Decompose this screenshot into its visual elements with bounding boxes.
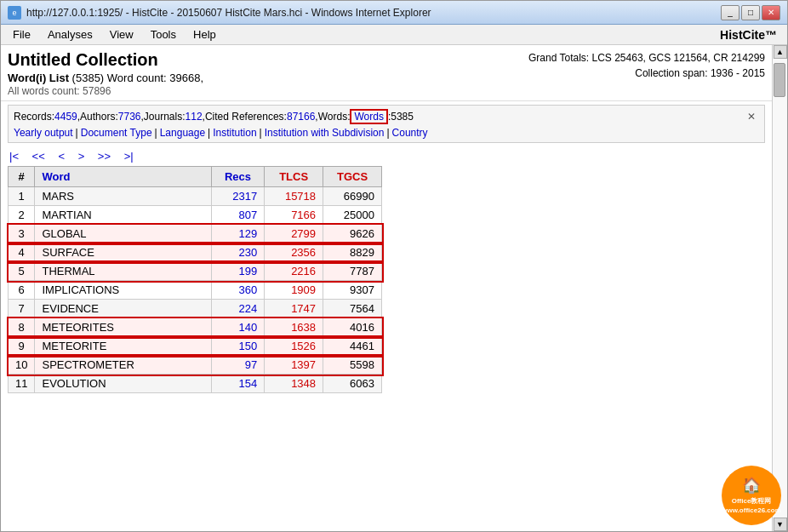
watermark-icon: 🏠 <box>742 476 761 495</box>
word-list-info: Word(i) List (5385) Word count: 39668, <box>8 72 203 84</box>
row-num: 10 <box>9 356 35 375</box>
vertical-scrollbar[interactable]: ▲ ▼ <box>772 45 787 531</box>
menu-analyses[interactable]: Analyses <box>39 26 101 43</box>
table-row: 11 EVOLUTION 154 1348 6063 <box>9 375 382 393</box>
row-word: METEORITES <box>35 318 211 337</box>
watermark-line1: Office教程网 <box>732 497 772 506</box>
row-tgcs: 9626 <box>323 225 382 243</box>
row-tlcs[interactable]: 7166 <box>265 206 323 225</box>
header-tlcs: TLCS <box>265 167 323 187</box>
journals-link[interactable]: 112 <box>186 111 203 123</box>
window-title: http://127.0.0.1:1925/ - HistCite - 2015… <box>26 7 431 19</box>
header-word: Word <box>35 167 211 187</box>
row-word: THERMAL <box>35 262 211 281</box>
row-tlcs[interactable]: 1909 <box>265 281 323 300</box>
nav-close-button[interactable]: ✕ <box>744 111 759 123</box>
row-recs[interactable]: 150 <box>211 337 264 356</box>
all-words-count: All words count: 57896 <box>8 85 203 97</box>
row-recs[interactable]: 199 <box>211 262 264 281</box>
table-row: 10 SPECTROMETER 97 1397 5598 <box>9 356 382 375</box>
grand-totals: Grand Totals: LCS 25463, GCS 121564, CR … <box>528 50 765 66</box>
row-tlcs[interactable]: 1747 <box>265 300 323 318</box>
header-num: # <box>9 167 35 187</box>
row-tgcs: 6063 <box>323 375 382 393</box>
authors-link[interactable]: 7736 <box>118 111 141 123</box>
prev-prev-button[interactable]: << <box>31 150 47 163</box>
records-label: Records: <box>14 111 54 123</box>
row-recs[interactable]: 2317 <box>211 187 264 206</box>
scroll-track[interactable] <box>773 59 787 518</box>
document-type-link[interactable]: Document Type <box>81 127 152 139</box>
histcite-brand: HistCite™ <box>720 28 784 42</box>
row-tlcs[interactable]: 1348 <box>265 375 323 393</box>
journals-label: Journals: <box>144 111 186 123</box>
row-recs[interactable]: 230 <box>211 243 264 262</box>
row-num: 6 <box>9 281 35 300</box>
prev-button[interactable]: < <box>56 150 66 163</box>
row-recs[interactable]: 807 <box>211 206 264 225</box>
records-link[interactable]: 4459 <box>54 111 77 123</box>
row-word: MARS <box>35 187 211 206</box>
scroll-thumb[interactable] <box>774 63 785 97</box>
row-tlcs[interactable]: 15718 <box>265 187 323 206</box>
row-tgcs: 7564 <box>323 300 382 318</box>
row-word: EVOLUTION <box>35 375 211 393</box>
language-link[interactable]: Language <box>160 127 205 139</box>
institution-subdivision-link[interactable]: Institution with Subdivision <box>265 127 385 139</box>
table-row: 7 EVIDENCE 224 1747 7564 <box>9 300 382 318</box>
row-recs[interactable]: 140 <box>211 318 264 337</box>
row-recs[interactable]: 97 <box>211 356 264 375</box>
yearly-output-link[interactable]: Yearly output <box>14 127 73 139</box>
menu-help[interactable]: Help <box>185 26 225 43</box>
word-list-label: Word(i) List <box>8 72 69 84</box>
row-tlcs[interactable]: 1397 <box>265 356 323 375</box>
word-list-count: (5385) <box>72 72 105 84</box>
nav-bar: Records: 4459, Authors: 7736, Journals: … <box>8 105 765 143</box>
row-num: 5 <box>9 262 35 281</box>
watermark: 🏠 Office教程网 www.office26.com <box>722 466 781 525</box>
row-word: SPECTROMETER <box>35 356 211 375</box>
table-row: 6 IMPLICATIONS 360 1909 9307 <box>9 281 382 300</box>
scroll-up-button[interactable]: ▲ <box>774 45 787 59</box>
words-box[interactable]: Words <box>350 109 387 124</box>
menu-file[interactable]: File <box>4 26 39 43</box>
row-word: MARTIAN <box>35 206 211 225</box>
row-num: 9 <box>9 337 35 356</box>
row-tgcs: 5598 <box>323 356 382 375</box>
row-tlcs[interactable]: 2356 <box>265 243 323 262</box>
close-button[interactable]: ✕ <box>762 5 780 20</box>
row-recs[interactable]: 360 <box>211 281 264 300</box>
menu-tools[interactable]: Tools <box>142 26 185 43</box>
authors-label: Authors: <box>80 111 118 123</box>
row-recs[interactable]: 129 <box>211 225 264 243</box>
words-label: Words: <box>318 111 351 123</box>
menu-view[interactable]: View <box>101 26 142 43</box>
minimize-button[interactable]: _ <box>721 5 739 20</box>
row-recs[interactable]: 224 <box>211 300 264 318</box>
row-tlcs[interactable]: 1638 <box>265 318 323 337</box>
row-tlcs[interactable]: 1526 <box>265 337 323 356</box>
country-link[interactable]: Country <box>392 127 428 139</box>
table-row: 5 THERMAL 199 2216 7787 <box>9 262 382 281</box>
maximize-button[interactable]: □ <box>741 5 760 20</box>
row-tlcs[interactable]: 2799 <box>265 225 323 243</box>
first-page-button[interactable]: |< <box>8 150 20 163</box>
pagination: |< << < > >> >| <box>1 146 772 166</box>
row-tlcs[interactable]: 2216 <box>265 262 323 281</box>
institution-link[interactable]: Institution <box>213 127 256 139</box>
header-tgcs: TGCS <box>323 167 382 187</box>
row-word: IMPLICATIONS <box>35 281 211 300</box>
next-next-button[interactable]: >> <box>96 150 112 163</box>
last-page-button[interactable]: >| <box>123 150 135 163</box>
row-tgcs: 66990 <box>323 187 382 206</box>
scroll-down-button[interactable]: ▼ <box>774 518 787 531</box>
row-recs[interactable]: 154 <box>211 375 264 393</box>
cited-link[interactable]: 87166 <box>287 111 315 123</box>
row-word: METEORITE <box>35 337 211 356</box>
table-row: 2 MARTIAN 807 7166 25000 <box>9 206 382 225</box>
collection-span: Collection span: 1936 - 2015 <box>528 66 765 81</box>
row-tgcs: 25000 <box>323 206 382 225</box>
next-button[interactable]: > <box>77 150 87 163</box>
row-num: 3 <box>9 225 35 243</box>
row-word: EVIDENCE <box>35 300 211 318</box>
